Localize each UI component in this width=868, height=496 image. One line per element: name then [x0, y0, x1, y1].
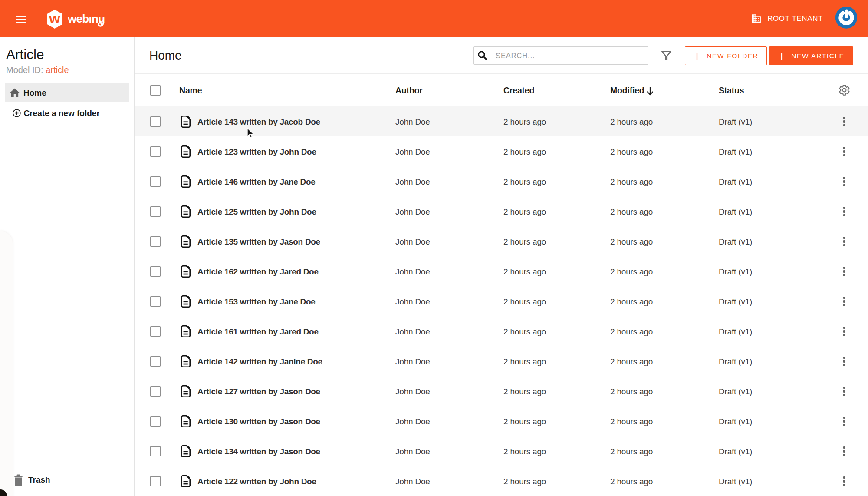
svg-text:w: w — [49, 11, 60, 26]
